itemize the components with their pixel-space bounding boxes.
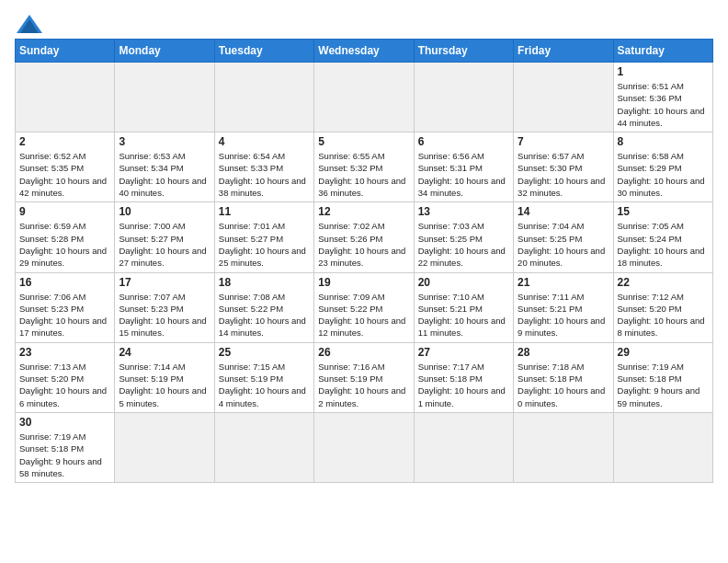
day-number: 26 xyxy=(318,346,409,359)
cell-sun-info: Sunrise: 7:14 AM Sunset: 5:19 PM Dayligh… xyxy=(119,361,210,409)
day-number: 15 xyxy=(618,205,709,218)
day-number: 18 xyxy=(219,276,310,289)
calendar-cell: 3Sunrise: 6:53 AM Sunset: 5:34 PM Daylig… xyxy=(115,132,214,202)
day-number: 27 xyxy=(418,346,509,359)
calendar-cell: 24Sunrise: 7:14 AM Sunset: 5:19 PM Dayli… xyxy=(115,342,214,412)
calendar-cell: 7Sunrise: 6:57 AM Sunset: 5:30 PM Daylig… xyxy=(514,132,613,202)
weekday-header-monday: Monday xyxy=(115,40,214,63)
calendar-cell: 15Sunrise: 7:05 AM Sunset: 5:24 PM Dayli… xyxy=(613,202,712,272)
cell-sun-info: Sunrise: 7:09 AM Sunset: 5:22 PM Dayligh… xyxy=(318,291,409,339)
calendar-cell xyxy=(214,63,313,132)
day-number: 8 xyxy=(618,135,709,148)
calendar-cell: 21Sunrise: 7:11 AM Sunset: 5:21 PM Dayli… xyxy=(514,272,613,342)
cell-sun-info: Sunrise: 6:52 AM Sunset: 5:35 PM Dayligh… xyxy=(19,150,110,199)
weekday-header-wednesday: Wednesday xyxy=(314,40,414,63)
day-number: 6 xyxy=(418,135,509,148)
weekday-header-saturday: Saturday xyxy=(613,40,712,63)
calendar-cell xyxy=(314,63,414,132)
calendar-cell xyxy=(414,412,513,482)
cell-sun-info: Sunrise: 7:13 AM Sunset: 5:20 PM Dayligh… xyxy=(19,361,110,409)
weekday-header-row: SundayMondayTuesdayWednesdayThursdayFrid… xyxy=(16,40,713,63)
cell-sun-info: Sunrise: 7:05 AM Sunset: 5:24 PM Dayligh… xyxy=(618,220,709,269)
day-number: 29 xyxy=(618,346,709,359)
calendar-week-row: 16Sunrise: 7:06 AM Sunset: 5:23 PM Dayli… xyxy=(16,272,713,342)
calendar-cell: 30Sunrise: 7:19 AM Sunset: 5:18 PM Dayli… xyxy=(16,412,115,482)
calendar-cell: 29Sunrise: 7:19 AM Sunset: 5:18 PM Dayli… xyxy=(613,342,712,412)
cell-sun-info: Sunrise: 7:03 AM Sunset: 5:25 PM Dayligh… xyxy=(418,220,509,269)
calendar-cell: 26Sunrise: 7:16 AM Sunset: 5:19 PM Dayli… xyxy=(314,342,414,412)
cell-sun-info: Sunrise: 6:53 AM Sunset: 5:34 PM Dayligh… xyxy=(119,150,210,199)
day-number: 22 xyxy=(618,276,709,289)
day-number: 25 xyxy=(219,346,310,359)
calendar-cell: 18Sunrise: 7:08 AM Sunset: 5:22 PM Dayli… xyxy=(214,272,313,342)
calendar-cell: 17Sunrise: 7:07 AM Sunset: 5:23 PM Dayli… xyxy=(115,272,214,342)
weekday-header-sunday: Sunday xyxy=(16,40,115,63)
day-number: 30 xyxy=(19,416,110,429)
calendar-cell xyxy=(514,412,613,482)
cell-sun-info: Sunrise: 6:57 AM Sunset: 5:30 PM Dayligh… xyxy=(518,150,609,199)
calendar-week-row: 2Sunrise: 6:52 AM Sunset: 5:35 PM Daylig… xyxy=(16,132,713,202)
cell-sun-info: Sunrise: 7:01 AM Sunset: 5:27 PM Dayligh… xyxy=(219,220,310,269)
calendar-cell: 25Sunrise: 7:15 AM Sunset: 5:19 PM Dayli… xyxy=(214,342,313,412)
logo xyxy=(15,15,42,33)
day-number: 5 xyxy=(318,135,409,148)
calendar-cell: 20Sunrise: 7:10 AM Sunset: 5:21 PM Dayli… xyxy=(414,272,513,342)
day-number: 28 xyxy=(518,346,609,359)
cell-sun-info: Sunrise: 7:12 AM Sunset: 5:20 PM Dayligh… xyxy=(618,291,709,339)
day-number: 16 xyxy=(19,276,110,289)
day-number: 10 xyxy=(119,205,210,218)
cell-sun-info: Sunrise: 7:10 AM Sunset: 5:21 PM Dayligh… xyxy=(418,291,509,339)
day-number: 14 xyxy=(518,205,609,218)
calendar-cell: 2Sunrise: 6:52 AM Sunset: 5:35 PM Daylig… xyxy=(16,132,115,202)
calendar-cell: 19Sunrise: 7:09 AM Sunset: 5:22 PM Dayli… xyxy=(314,272,414,342)
calendar-cell xyxy=(16,63,115,132)
calendar-cell: 22Sunrise: 7:12 AM Sunset: 5:20 PM Dayli… xyxy=(613,272,712,342)
calendar-cell xyxy=(613,412,712,482)
day-number: 4 xyxy=(219,135,310,148)
day-number: 13 xyxy=(418,205,509,218)
cell-sun-info: Sunrise: 7:08 AM Sunset: 5:22 PM Dayligh… xyxy=(219,291,310,339)
calendar-cell: 5Sunrise: 6:55 AM Sunset: 5:32 PM Daylig… xyxy=(314,132,414,202)
calendar-cell xyxy=(514,63,613,132)
day-number: 24 xyxy=(119,346,210,359)
calendar-cell: 28Sunrise: 7:18 AM Sunset: 5:18 PM Dayli… xyxy=(514,342,613,412)
weekday-header-thursday: Thursday xyxy=(414,40,513,63)
calendar-cell xyxy=(314,412,414,482)
day-number: 3 xyxy=(119,135,210,148)
cell-sun-info: Sunrise: 7:00 AM Sunset: 5:27 PM Dayligh… xyxy=(119,220,210,269)
cell-sun-info: Sunrise: 6:58 AM Sunset: 5:29 PM Dayligh… xyxy=(618,150,709,199)
calendar-cell: 23Sunrise: 7:13 AM Sunset: 5:20 PM Dayli… xyxy=(16,342,115,412)
calendar-cell: 6Sunrise: 6:56 AM Sunset: 5:31 PM Daylig… xyxy=(414,132,513,202)
calendar-cell: 11Sunrise: 7:01 AM Sunset: 5:27 PM Dayli… xyxy=(214,202,313,272)
cell-sun-info: Sunrise: 7:11 AM Sunset: 5:21 PM Dayligh… xyxy=(518,291,609,339)
calendar-cell: 12Sunrise: 7:02 AM Sunset: 5:26 PM Dayli… xyxy=(314,202,414,272)
calendar-cell: 13Sunrise: 7:03 AM Sunset: 5:25 PM Dayli… xyxy=(414,202,513,272)
calendar-cell: 16Sunrise: 7:06 AM Sunset: 5:23 PM Dayli… xyxy=(16,272,115,342)
calendar-cell xyxy=(115,412,214,482)
day-number: 20 xyxy=(418,276,509,289)
cell-sun-info: Sunrise: 7:19 AM Sunset: 5:18 PM Dayligh… xyxy=(618,361,709,409)
day-number: 9 xyxy=(19,205,110,218)
cell-sun-info: Sunrise: 6:55 AM Sunset: 5:32 PM Dayligh… xyxy=(318,150,409,199)
calendar-week-row: 30Sunrise: 7:19 AM Sunset: 5:18 PM Dayli… xyxy=(16,412,713,482)
cell-sun-info: Sunrise: 7:04 AM Sunset: 5:25 PM Dayligh… xyxy=(518,220,609,269)
weekday-header-tuesday: Tuesday xyxy=(214,40,313,63)
calendar-cell xyxy=(214,412,313,482)
calendar-page: SundayMondayTuesdayWednesdayThursdayFrid… xyxy=(0,0,728,490)
calendar-table: SundayMondayTuesdayWednesdayThursdayFrid… xyxy=(15,39,713,483)
calendar-cell: 1Sunrise: 6:51 AM Sunset: 5:36 PM Daylig… xyxy=(613,63,712,132)
calendar-week-row: 9Sunrise: 6:59 AM Sunset: 5:28 PM Daylig… xyxy=(16,202,713,272)
cell-sun-info: Sunrise: 7:17 AM Sunset: 5:18 PM Dayligh… xyxy=(418,361,509,409)
calendar-week-row: 1Sunrise: 6:51 AM Sunset: 5:36 PM Daylig… xyxy=(16,63,713,132)
cell-sun-info: Sunrise: 6:54 AM Sunset: 5:33 PM Dayligh… xyxy=(219,150,310,199)
calendar-cell: 14Sunrise: 7:04 AM Sunset: 5:25 PM Dayli… xyxy=(514,202,613,272)
cell-sun-info: Sunrise: 7:06 AM Sunset: 5:23 PM Dayligh… xyxy=(19,291,110,339)
cell-sun-info: Sunrise: 7:02 AM Sunset: 5:26 PM Dayligh… xyxy=(318,220,409,269)
day-number: 7 xyxy=(518,135,609,148)
cell-sun-info: Sunrise: 6:51 AM Sunset: 5:36 PM Dayligh… xyxy=(618,80,709,129)
calendar-cell: 4Sunrise: 6:54 AM Sunset: 5:33 PM Daylig… xyxy=(214,132,313,202)
cell-sun-info: Sunrise: 7:19 AM Sunset: 5:18 PM Dayligh… xyxy=(19,431,110,479)
logo-icon xyxy=(17,15,42,33)
calendar-cell: 10Sunrise: 7:00 AM Sunset: 5:27 PM Dayli… xyxy=(115,202,214,272)
header xyxy=(15,11,713,33)
